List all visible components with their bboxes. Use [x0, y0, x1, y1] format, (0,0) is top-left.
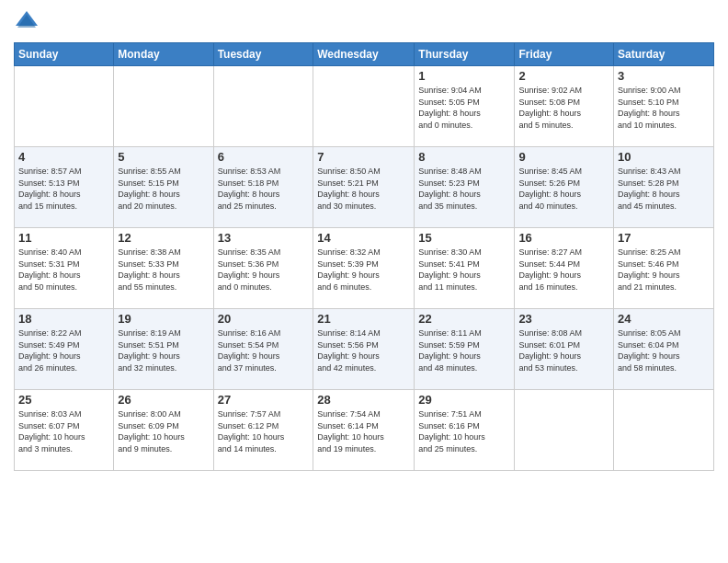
day-number: 20 — [218, 312, 310, 326]
calendar-week-row: 1Sunrise: 9:04 AM Sunset: 5:05 PM Daylig… — [15, 66, 714, 147]
day-info: Sunrise: 7:54 AM Sunset: 6:14 PM Dayligh… — [317, 408, 410, 454]
day-number: 14 — [317, 231, 410, 245]
day-number: 27 — [218, 393, 310, 407]
calendar-cell: 3Sunrise: 9:00 AM Sunset: 5:10 PM Daylig… — [614, 66, 714, 147]
day-info: Sunrise: 8:19 AM Sunset: 5:51 PM Dayligh… — [118, 327, 209, 373]
calendar-cell: 18Sunrise: 8:22 AM Sunset: 5:49 PM Dayli… — [15, 309, 114, 390]
calendar-header-thursday: Thursday — [415, 43, 515, 66]
day-number: 7 — [317, 150, 410, 164]
day-info: Sunrise: 8:45 AM Sunset: 5:26 PM Dayligh… — [518, 166, 609, 212]
calendar-cell: 6Sunrise: 8:53 AM Sunset: 5:18 PM Daylig… — [213, 147, 313, 228]
day-info: Sunrise: 8:14 AM Sunset: 5:56 PM Dayligh… — [317, 327, 410, 373]
day-number: 2 — [518, 69, 609, 83]
day-number: 22 — [418, 312, 510, 326]
logo — [14, 9, 43, 35]
day-number: 21 — [317, 312, 410, 326]
day-info: Sunrise: 8:08 AM Sunset: 6:01 PM Dayligh… — [518, 327, 609, 373]
day-info: Sunrise: 8:03 AM Sunset: 6:07 PM Dayligh… — [18, 408, 109, 454]
calendar-cell: 12Sunrise: 8:38 AM Sunset: 5:33 PM Dayli… — [114, 228, 213, 309]
calendar-cell: 26Sunrise: 8:00 AM Sunset: 6:09 PM Dayli… — [114, 390, 213, 471]
calendar-cell: 8Sunrise: 8:48 AM Sunset: 5:23 PM Daylig… — [415, 147, 515, 228]
calendar-header-sunday: Sunday — [15, 43, 114, 66]
day-info: Sunrise: 8:27 AM Sunset: 5:44 PM Dayligh… — [518, 247, 609, 293]
calendar-cell — [614, 390, 714, 471]
calendar-cell: 27Sunrise: 7:57 AM Sunset: 6:12 PM Dayli… — [213, 390, 313, 471]
calendar-cell: 2Sunrise: 9:02 AM Sunset: 5:08 PM Daylig… — [515, 66, 614, 147]
day-info: Sunrise: 8:50 AM Sunset: 5:21 PM Dayligh… — [317, 166, 410, 212]
day-number: 10 — [618, 150, 710, 164]
day-info: Sunrise: 7:51 AM Sunset: 6:16 PM Dayligh… — [418, 408, 510, 454]
day-info: Sunrise: 7:57 AM Sunset: 6:12 PM Dayligh… — [218, 408, 310, 454]
calendar-cell: 5Sunrise: 8:55 AM Sunset: 5:15 PM Daylig… — [114, 147, 213, 228]
calendar-cell: 29Sunrise: 7:51 AM Sunset: 6:16 PM Dayli… — [415, 390, 515, 471]
calendar-cell: 25Sunrise: 8:03 AM Sunset: 6:07 PM Dayli… — [15, 390, 114, 471]
calendar-cell: 14Sunrise: 8:32 AM Sunset: 5:39 PM Dayli… — [313, 228, 415, 309]
calendar-cell: 20Sunrise: 8:16 AM Sunset: 5:54 PM Dayli… — [213, 309, 313, 390]
day-number: 16 — [518, 231, 609, 245]
day-number: 3 — [618, 69, 710, 83]
day-number: 4 — [18, 150, 109, 164]
calendar-cell: 11Sunrise: 8:40 AM Sunset: 5:31 PM Dayli… — [15, 228, 114, 309]
day-info: Sunrise: 8:25 AM Sunset: 5:46 PM Dayligh… — [618, 247, 710, 293]
calendar-cell — [515, 390, 614, 471]
calendar-week-row: 11Sunrise: 8:40 AM Sunset: 5:31 PM Dayli… — [15, 228, 714, 309]
calendar-table: SundayMondayTuesdayWednesdayThursdayFrid… — [14, 42, 714, 471]
calendar-cell: 16Sunrise: 8:27 AM Sunset: 5:44 PM Dayli… — [515, 228, 614, 309]
day-info: Sunrise: 8:57 AM Sunset: 5:13 PM Dayligh… — [18, 166, 109, 212]
day-number: 25 — [18, 393, 109, 407]
calendar-week-row: 25Sunrise: 8:03 AM Sunset: 6:07 PM Dayli… — [15, 390, 714, 471]
calendar-cell: 4Sunrise: 8:57 AM Sunset: 5:13 PM Daylig… — [15, 147, 114, 228]
calendar-header-friday: Friday — [515, 43, 614, 66]
day-number: 9 — [518, 150, 609, 164]
calendar-cell: 17Sunrise: 8:25 AM Sunset: 5:46 PM Dayli… — [614, 228, 714, 309]
calendar-header-saturday: Saturday — [614, 43, 714, 66]
calendar-cell — [15, 66, 114, 147]
calendar-cell — [213, 66, 313, 147]
day-info: Sunrise: 8:55 AM Sunset: 5:15 PM Dayligh… — [118, 166, 209, 212]
calendar-cell: 15Sunrise: 8:30 AM Sunset: 5:41 PM Dayli… — [415, 228, 515, 309]
day-info: Sunrise: 8:40 AM Sunset: 5:31 PM Dayligh… — [18, 247, 109, 293]
day-number: 15 — [418, 231, 510, 245]
day-number: 11 — [18, 231, 109, 245]
calendar-cell: 10Sunrise: 8:43 AM Sunset: 5:28 PM Dayli… — [614, 147, 714, 228]
day-info: Sunrise: 8:16 AM Sunset: 5:54 PM Dayligh… — [218, 327, 310, 373]
day-number: 5 — [118, 150, 209, 164]
day-info: Sunrise: 8:00 AM Sunset: 6:09 PM Dayligh… — [118, 408, 209, 454]
page-header — [14, 9, 714, 35]
logo-icon — [14, 9, 40, 35]
day-info: Sunrise: 8:43 AM Sunset: 5:28 PM Dayligh… — [618, 166, 710, 212]
day-number: 8 — [418, 150, 510, 164]
day-number: 1 — [418, 69, 510, 83]
calendar-cell: 1Sunrise: 9:04 AM Sunset: 5:05 PM Daylig… — [415, 66, 515, 147]
calendar-cell: 13Sunrise: 8:35 AM Sunset: 5:36 PM Dayli… — [213, 228, 313, 309]
day-info: Sunrise: 8:30 AM Sunset: 5:41 PM Dayligh… — [418, 247, 510, 293]
day-number: 18 — [18, 312, 109, 326]
calendar-header-wednesday: Wednesday — [313, 43, 415, 66]
calendar-cell: 24Sunrise: 8:05 AM Sunset: 6:04 PM Dayli… — [614, 309, 714, 390]
calendar-cell: 28Sunrise: 7:54 AM Sunset: 6:14 PM Dayli… — [313, 390, 415, 471]
day-number: 19 — [118, 312, 209, 326]
day-info: Sunrise: 9:02 AM Sunset: 5:08 PM Dayligh… — [518, 85, 609, 131]
day-number: 17 — [618, 231, 710, 245]
day-info: Sunrise: 9:04 AM Sunset: 5:05 PM Dayligh… — [418, 85, 510, 131]
day-number: 28 — [317, 393, 410, 407]
day-number: 24 — [618, 312, 710, 326]
day-number: 12 — [118, 231, 209, 245]
day-number: 13 — [218, 231, 310, 245]
calendar-cell: 9Sunrise: 8:45 AM Sunset: 5:26 PM Daylig… — [515, 147, 614, 228]
calendar-cell: 7Sunrise: 8:50 AM Sunset: 5:21 PM Daylig… — [313, 147, 415, 228]
calendar-cell — [114, 66, 213, 147]
calendar-cell: 23Sunrise: 8:08 AM Sunset: 6:01 PM Dayli… — [515, 309, 614, 390]
calendar-cell: 22Sunrise: 8:11 AM Sunset: 5:59 PM Dayli… — [415, 309, 515, 390]
day-info: Sunrise: 8:53 AM Sunset: 5:18 PM Dayligh… — [218, 166, 310, 212]
calendar-week-row: 4Sunrise: 8:57 AM Sunset: 5:13 PM Daylig… — [15, 147, 714, 228]
day-number: 29 — [418, 393, 510, 407]
day-info: Sunrise: 8:05 AM Sunset: 6:04 PM Dayligh… — [618, 327, 710, 373]
day-info: Sunrise: 8:35 AM Sunset: 5:36 PM Dayligh… — [218, 247, 310, 293]
calendar-cell — [313, 66, 415, 147]
day-info: Sunrise: 9:00 AM Sunset: 5:10 PM Dayligh… — [618, 85, 710, 131]
calendar-cell: 21Sunrise: 8:14 AM Sunset: 5:56 PM Dayli… — [313, 309, 415, 390]
day-info: Sunrise: 8:22 AM Sunset: 5:49 PM Dayligh… — [18, 327, 109, 373]
day-number: 6 — [218, 150, 310, 164]
calendar-cell: 19Sunrise: 8:19 AM Sunset: 5:51 PM Dayli… — [114, 309, 213, 390]
